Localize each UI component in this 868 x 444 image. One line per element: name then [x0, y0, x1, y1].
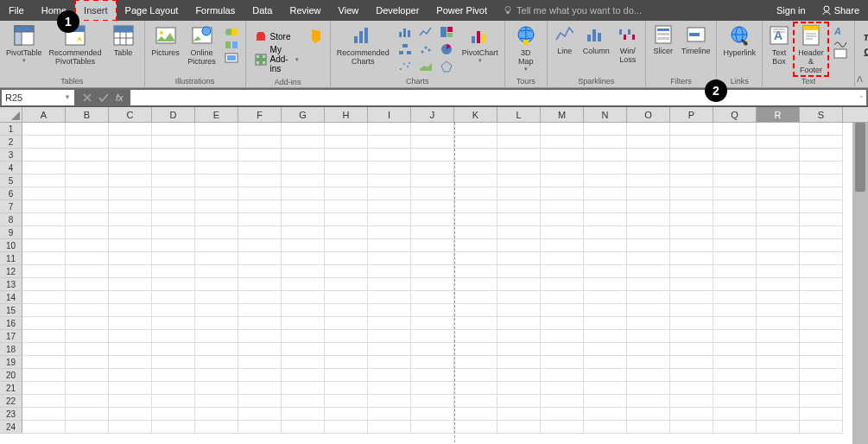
cell[interactable]: [22, 356, 66, 369]
cell[interactable]: [282, 291, 325, 304]
hyperlink-button[interactable]: Hyperlink: [720, 22, 758, 59]
pictures-button[interactable]: Pictures: [149, 22, 183, 59]
column-header-M[interactable]: M: [541, 107, 584, 122]
cell[interactable]: [497, 252, 541, 265]
cell[interactable]: [800, 395, 843, 408]
cell[interactable]: [757, 149, 800, 162]
cell[interactable]: [454, 226, 497, 239]
cell[interactable]: [454, 200, 497, 213]
cell[interactable]: [109, 278, 152, 291]
cell[interactable]: [411, 278, 454, 291]
cell[interactable]: [325, 226, 368, 239]
cell[interactable]: [195, 304, 238, 317]
cell[interactable]: [627, 136, 670, 149]
name-box[interactable]: R25 ▼: [2, 90, 74, 105]
cell[interactable]: [109, 200, 152, 213]
cell[interactable]: [713, 395, 757, 408]
cell[interactable]: [368, 382, 411, 395]
tab-insert[interactable]: Insert: [75, 0, 117, 21]
cell[interactable]: [195, 252, 238, 265]
cell[interactable]: [670, 149, 713, 162]
cell[interactable]: [109, 162, 152, 174]
cell[interactable]: [627, 291, 670, 304]
cell[interactable]: [282, 369, 325, 382]
cancel-icon[interactable]: [83, 93, 92, 102]
cell[interactable]: [497, 213, 541, 226]
cell[interactable]: [325, 136, 368, 149]
cell[interactable]: [713, 200, 757, 213]
cell[interactable]: [713, 187, 757, 200]
cell[interactable]: [627, 213, 670, 226]
cell[interactable]: [66, 213, 109, 226]
cell[interactable]: [325, 278, 368, 291]
cell[interactable]: [109, 421, 152, 434]
cell[interactable]: [584, 395, 627, 408]
cell[interactable]: [670, 291, 713, 304]
cell[interactable]: [800, 343, 843, 356]
cell[interactable]: [670, 317, 713, 330]
cell[interactable]: [109, 265, 152, 278]
cell[interactable]: [800, 136, 843, 149]
cell[interactable]: [757, 330, 800, 343]
cell[interactable]: [368, 421, 411, 434]
cell[interactable]: [195, 395, 238, 408]
cell[interactable]: [670, 278, 713, 291]
cell[interactable]: [66, 239, 109, 252]
cell[interactable]: [411, 356, 454, 369]
sparkline-line-button[interactable]: Line: [551, 22, 579, 57]
column-header-P[interactable]: P: [670, 107, 713, 122]
cell[interactable]: [411, 330, 454, 343]
pivotchart-button[interactable]: PivotChart▾: [459, 22, 501, 66]
cell[interactable]: [109, 213, 152, 226]
cell[interactable]: [22, 421, 66, 434]
cell[interactable]: [66, 369, 109, 382]
cell[interactable]: [713, 330, 757, 343]
select-all-corner[interactable]: [0, 107, 22, 122]
sparkline-winloss-button[interactable]: Win/ Loss: [614, 22, 642, 66]
cell[interactable]: [238, 162, 282, 174]
tab-power-pivot[interactable]: Power Pivot: [428, 0, 496, 21]
cell[interactable]: [411, 408, 454, 421]
cell[interactable]: [152, 278, 195, 291]
cell[interactable]: [584, 226, 627, 239]
cell[interactable]: [411, 149, 454, 162]
cell[interactable]: [195, 265, 238, 278]
cell[interactable]: [368, 265, 411, 278]
cell[interactable]: [195, 187, 238, 200]
cell[interactable]: [584, 278, 627, 291]
cell[interactable]: [584, 265, 627, 278]
cell[interactable]: [800, 278, 843, 291]
cell[interactable]: [411, 252, 454, 265]
row-header-5[interactable]: 5: [0, 174, 22, 187]
cell[interactable]: [238, 330, 282, 343]
cell[interactable]: [411, 136, 454, 149]
cell[interactable]: [541, 136, 584, 149]
cell[interactable]: [195, 136, 238, 149]
symbol-button[interactable]: Ω Symbol: [862, 45, 868, 60]
cell[interactable]: [66, 330, 109, 343]
cell[interactable]: [584, 356, 627, 369]
tab-formulas[interactable]: Formulas: [187, 0, 244, 21]
cell[interactable]: [411, 162, 454, 174]
cell[interactable]: [541, 123, 584, 136]
cell[interactable]: [411, 187, 454, 200]
cell[interactable]: [282, 162, 325, 174]
cell[interactable]: [713, 136, 757, 149]
cell[interactable]: [195, 343, 238, 356]
cell[interactable]: [627, 149, 670, 162]
cell[interactable]: [282, 226, 325, 239]
tab-page-layout[interactable]: Page Layout: [117, 0, 187, 21]
cell[interactable]: [800, 356, 843, 369]
cell[interactable]: [627, 356, 670, 369]
cell[interactable]: [497, 239, 541, 252]
cell[interactable]: [627, 369, 670, 382]
cell[interactable]: [195, 149, 238, 162]
cell[interactable]: [66, 291, 109, 304]
row-header-21[interactable]: 21: [0, 382, 22, 395]
cell[interactable]: [325, 200, 368, 213]
row-header-3[interactable]: 3: [0, 149, 22, 162]
cell[interactable]: [800, 123, 843, 136]
cell[interactable]: [195, 200, 238, 213]
cell[interactable]: [713, 213, 757, 226]
cell[interactable]: [109, 408, 152, 421]
